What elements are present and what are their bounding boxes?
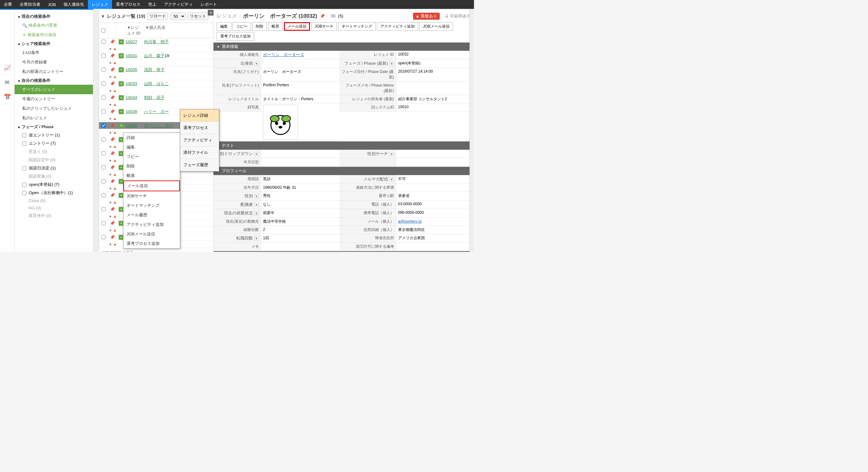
contact-link[interactable]: ポーリン ポーターズ <box>263 52 304 57</box>
row-checkbox[interactable] <box>101 82 106 86</box>
own-item-all[interactable]: すべてのレジュメ <box>14 85 93 94</box>
ctx-item-7[interactable]: オートマッチング <box>123 201 180 210</box>
phase-sub-8[interactable]: Close (0) <box>14 197 93 204</box>
chart-icon[interactable]: 📈 <box>0 61 14 75</box>
ctx-item-10[interactable]: JOBメール送信 <box>123 229 180 239</box>
col-name[interactable]: ▼個人氏名 <box>144 23 213 38</box>
right-collapsed-panel[interactable] <box>469 9 474 252</box>
phase-item-7[interactable]: Open（当社稼働中）(1) <box>14 189 93 197</box>
row-checkbox[interactable] <box>101 109 106 114</box>
change-search-link[interactable]: 🔍検索条件の変更 <box>14 21 93 30</box>
sub-item-2[interactable]: アクティビティ <box>180 134 219 147</box>
share-item-2[interactable]: 私の部署のエントリー <box>14 67 93 76</box>
dropdown-icon[interactable]: ▾ <box>119 123 124 128</box>
section-internal[interactable]: ▼社内管理用項目 <box>214 251 474 252</box>
nav-activity[interactable]: アクティビティ <box>160 0 197 9</box>
pin-icon[interactable]: 📌 <box>108 95 117 100</box>
row-checkbox[interactable] <box>101 54 106 58</box>
ctx-item-2[interactable]: コピー <box>123 152 180 161</box>
edit-button[interactable]: 編集 <box>217 22 231 31</box>
pin-icon[interactable]: 📌 <box>108 193 117 198</box>
pin-icon[interactable]: 📌 <box>108 179 117 184</box>
pin-icon[interactable]: 📌 <box>108 137 117 142</box>
ctx-item-9[interactable]: アクティビティ追加 <box>123 220 180 229</box>
nav-job[interactable]: JOB <box>44 0 60 9</box>
own-item-3[interactable]: 私のレジュメ <box>14 113 93 123</box>
own-item-1[interactable]: 今週のエントリー <box>14 94 93 104</box>
phase-item-1[interactable]: エントリー (7) <box>14 139 93 148</box>
phase-item-6[interactable]: open(本登録) (7) <box>14 181 93 189</box>
pagesize-select[interactable]: 50 <box>170 13 186 20</box>
job-mail-button[interactable]: JOBメール送信 <box>420 22 453 31</box>
row-checkbox[interactable] <box>101 165 106 169</box>
table-row[interactable]: 📌▾10034朝顔 花子 <box>99 94 213 101</box>
ctx-item-6[interactable]: JOBサーチ <box>123 191 180 201</box>
name-link[interactable]: ポーリン ポー <box>144 123 173 128</box>
pin-icon[interactable]: 📌 <box>108 235 117 240</box>
sub-item-3[interactable]: 添付ファイル <box>180 147 219 159</box>
ctx-item-3[interactable]: 削除 <box>123 161 180 171</box>
share-item-0[interactable]: 1-U2条件 <box>14 48 93 57</box>
ctx-item-11[interactable]: 選考プロセス追加 <box>123 239 180 248</box>
nav-personal-contact[interactable]: 個人連絡先 <box>60 0 88 9</box>
pin-icon[interactable]: 📌 <box>108 109 117 114</box>
name-link[interactable]: 山川 森子 <box>144 53 165 59</box>
delete-button[interactable]: 削除 <box>252 22 267 31</box>
resume-id-link[interactable]: 10038 <box>126 109 137 114</box>
automatch-button[interactable]: オートマッチング <box>338 22 376 31</box>
sub-item-4[interactable]: フェーズ履歴 <box>180 159 219 171</box>
dropdown-icon[interactable]: ▾ <box>119 95 124 100</box>
resume-id-link[interactable]: 10031 <box>126 53 137 58</box>
print-link[interactable]: 🖨 印刷用表示 <box>445 13 471 19</box>
pin-icon[interactable]: 📌 <box>320 13 325 19</box>
row-checkbox[interactable] <box>101 179 106 183</box>
row-checkbox[interactable] <box>101 207 106 211</box>
nav-sales[interactable]: 売上 <box>144 0 160 9</box>
reset-button[interactable]: リセット <box>187 12 209 20</box>
add-activity-button[interactable]: アクティビティ追加 <box>377 22 418 31</box>
resume-id-link[interactable]: 10033 <box>126 81 137 86</box>
pin-icon[interactable]: 📌 <box>108 81 117 86</box>
nav-resume[interactable]: レジュメ <box>88 0 112 9</box>
row-checkbox[interactable] <box>101 235 106 239</box>
row-checkbox[interactable] <box>101 151 106 155</box>
mail-icon[interactable]: ✉ <box>0 75 14 90</box>
section-test[interactable]: ▼テスト <box>214 141 474 150</box>
row-checkbox[interactable] <box>101 40 106 44</box>
resume-id-link[interactable]: 10032 <box>126 123 137 128</box>
duplicate-badge[interactable]: ▲重複あり <box>413 13 440 20</box>
phase-sub-10[interactable]: 産育休中 (0) <box>14 212 93 220</box>
copy-button[interactable]: コピー <box>232 22 251 31</box>
nav-process[interactable]: 選考プロセス <box>112 0 144 9</box>
collapse-icon[interactable]: ▼ <box>101 14 105 19</box>
add-process-button[interactable]: 選考プロセス追加 <box>217 32 254 41</box>
pin-icon[interactable]: 📌 <box>108 207 117 212</box>
dropdown-icon[interactable]: ▾ <box>119 109 124 114</box>
pin-icon[interactable]: 📌 <box>108 123 117 128</box>
sub-item-1[interactable]: 選考プロセス <box>180 122 219 134</box>
sub-item-0[interactable]: レジュメ詳細 <box>180 109 219 122</box>
dropdown-icon[interactable]: ▾ <box>119 81 124 86</box>
reload-button[interactable]: リロード <box>147 12 168 20</box>
pin-icon[interactable]: 📌 <box>108 221 117 225</box>
name-link[interactable]: 朝顔 花子 <box>144 95 165 100</box>
pin-icon[interactable]: 📌 <box>108 151 117 156</box>
ctx-item-0[interactable]: 詳細 <box>123 133 180 143</box>
select-all-checkbox[interactable] <box>101 25 105 36</box>
save-search-link[interactable]: ＋検索条件の保存 <box>14 30 93 40</box>
nav-company-contact[interactable]: 企業担当者 <box>16 0 44 9</box>
name-link[interactable]: ハリー ポー <box>144 109 169 115</box>
email-link[interactable]: a@porters.jp <box>398 219 422 224</box>
row-checkbox[interactable] <box>101 123 106 127</box>
calendar-icon[interactable]: 📅 <box>0 90 14 104</box>
section-profile[interactable]: ▼プロフィール <box>214 167 474 175</box>
section-basic[interactable]: ▼基本情報 <box>214 42 474 51</box>
pin-icon[interactable]: 📌 <box>108 165 117 170</box>
mail-envelope-icon[interactable]: ✉ <box>331 13 336 20</box>
nav-report[interactable]: レポート <box>197 0 221 9</box>
dropdown-icon[interactable]: ▾ <box>389 62 394 66</box>
nav-company[interactable]: 企業 <box>0 0 16 9</box>
ctx-item-5[interactable]: メール送信 <box>123 181 180 191</box>
job-search-button[interactable]: JOBサーチ <box>311 22 337 31</box>
ctx-item-4[interactable]: 帳票 <box>123 171 180 181</box>
